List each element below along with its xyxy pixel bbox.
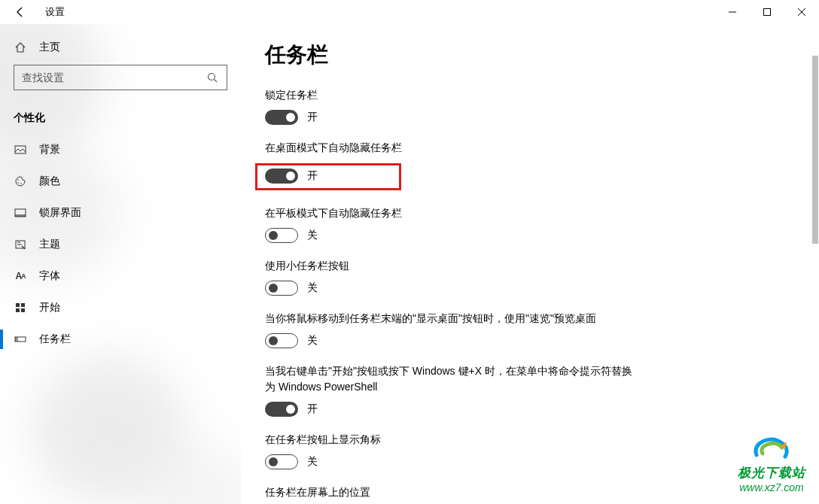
toggle-state: 开 bbox=[307, 402, 318, 416]
nav-label: 字体 bbox=[39, 269, 60, 283]
picture-icon bbox=[14, 143, 27, 156]
svg-rect-1 bbox=[764, 9, 771, 16]
page-title: 任务栏 bbox=[265, 41, 795, 69]
svg-point-9 bbox=[20, 183, 22, 184]
nav-label: 背景 bbox=[39, 143, 60, 156]
setting-label: 在平板模式下自动隐藏任务栏 bbox=[265, 205, 641, 220]
nav-label: 锁屏界面 bbox=[39, 206, 81, 220]
highlight-annotation: 开 bbox=[255, 163, 401, 190]
home-icon bbox=[14, 41, 27, 54]
search-box[interactable] bbox=[14, 65, 227, 90]
sidebar-item-themes[interactable]: 主题 bbox=[0, 229, 241, 260]
toggle-state: 关 bbox=[307, 229, 318, 242]
close-button[interactable] bbox=[784, 0, 819, 24]
content-area: 任务栏 锁定任务栏 开 在桌面模式下自动隐藏任务栏 开 在平板模式下 bbox=[241, 24, 819, 504]
svg-line-5 bbox=[215, 80, 218, 83]
scrollbar-thumb[interactable] bbox=[812, 56, 818, 244]
toggle-state: 开 bbox=[307, 111, 318, 124]
toggle-small-buttons[interactable] bbox=[265, 281, 298, 296]
svg-point-8 bbox=[17, 182, 19, 184]
back-button[interactable] bbox=[11, 2, 30, 22]
svg-rect-14 bbox=[21, 303, 25, 307]
sidebar-item-lockscreen[interactable]: 锁屏界面 bbox=[0, 197, 241, 229]
start-icon bbox=[14, 301, 27, 314]
svg-point-7 bbox=[17, 179, 19, 181]
sidebar-home[interactable]: 主页 bbox=[0, 35, 241, 65]
maximize-button[interactable] bbox=[750, 0, 784, 24]
setting-autohide-desktop: 在桌面模式下自动隐藏任务栏 开 bbox=[265, 140, 795, 190]
toggle-badges[interactable] bbox=[265, 454, 298, 469]
sidebar-item-taskbar[interactable]: 任务栏 bbox=[0, 323, 241, 355]
watermark-brand: 极光下载站 bbox=[738, 464, 805, 481]
sidebar-home-label: 主页 bbox=[39, 41, 60, 54]
lockscreen-icon bbox=[14, 206, 27, 220]
watermark-url: www.xz7.com bbox=[738, 481, 805, 493]
category-label: 个性化 bbox=[0, 104, 241, 134]
sidebar: 主页 个性化 背景 颜色 锁屏界面 bbox=[0, 24, 241, 504]
toggle-lock-taskbar[interactable] bbox=[265, 110, 298, 125]
toggle-state: 开 bbox=[307, 169, 318, 183]
search-icon bbox=[206, 71, 219, 84]
scrollbar[interactable] bbox=[811, 54, 819, 504]
svg-rect-18 bbox=[15, 337, 18, 342]
watermark-logo-icon bbox=[752, 433, 791, 463]
setting-label: 锁定任务栏 bbox=[265, 87, 641, 102]
svg-rect-13 bbox=[16, 303, 20, 307]
setting-label: 当我右键单击"开始"按钮或按下 Windows 键+X 时，在菜单中将命令提示符… bbox=[265, 363, 641, 394]
toggle-state: 关 bbox=[307, 334, 318, 348]
setting-label: 任务栏在屏幕上的位置 bbox=[265, 484, 641, 499]
setting-label: 当你将鼠标移动到任务栏末端的"显示桌面"按钮时，使用"速览"预览桌面 bbox=[265, 311, 641, 326]
svg-rect-11 bbox=[15, 214, 26, 217]
theme-icon bbox=[14, 238, 27, 251]
setting-autohide-tablet: 在平板模式下自动隐藏任务栏 关 bbox=[265, 205, 795, 243]
setting-small-buttons: 使用小任务栏按钮 关 bbox=[265, 258, 795, 296]
setting-label: 在任务栏按钮上显示角标 bbox=[265, 432, 641, 447]
toggle-peek-desktop[interactable] bbox=[265, 333, 298, 348]
svg-rect-16 bbox=[21, 308, 25, 312]
taskbar-icon bbox=[14, 332, 27, 346]
svg-point-4 bbox=[209, 74, 215, 80]
setting-label: 使用小任务栏按钮 bbox=[265, 258, 641, 273]
nav-label: 颜色 bbox=[39, 175, 60, 188]
palette-icon bbox=[14, 175, 27, 188]
setting-label: 在桌面模式下自动隐藏任务栏 bbox=[265, 140, 641, 155]
nav-label: 主题 bbox=[39, 238, 60, 251]
sidebar-item-fonts[interactable]: AA 字体 bbox=[0, 260, 241, 292]
toggle-powershell-replace[interactable] bbox=[265, 402, 298, 417]
svg-rect-6 bbox=[15, 146, 26, 153]
toggle-state: 关 bbox=[307, 455, 318, 469]
font-icon: AA bbox=[14, 269, 27, 283]
setting-lock-taskbar: 锁定任务栏 开 bbox=[265, 87, 795, 125]
sidebar-item-background[interactable]: 背景 bbox=[0, 134, 241, 165]
svg-rect-15 bbox=[16, 308, 20, 312]
sidebar-item-colors[interactable]: 颜色 bbox=[0, 165, 241, 197]
toggle-autohide-tablet[interactable] bbox=[265, 228, 298, 243]
setting-taskbar-position: 任务栏在屏幕上的位置 底部 bbox=[265, 484, 795, 504]
setting-badges: 在任务栏按钮上显示角标 关 bbox=[265, 432, 795, 469]
search-input[interactable] bbox=[22, 71, 206, 83]
toggle-autohide-desktop[interactable] bbox=[265, 169, 298, 184]
minimize-button[interactable] bbox=[715, 0, 750, 24]
sidebar-item-start[interactable]: 开始 bbox=[0, 292, 241, 323]
app-title: 设置 bbox=[45, 5, 65, 19]
nav-label: 任务栏 bbox=[39, 332, 71, 346]
setting-peek-desktop: 当你将鼠标移动到任务栏末端的"显示桌面"按钮时，使用"速览"预览桌面 关 bbox=[265, 311, 795, 348]
toggle-state: 关 bbox=[307, 281, 318, 295]
setting-powershell-replace: 当我右键单击"开始"按钮或按下 Windows 键+X 时，在菜单中将命令提示符… bbox=[265, 363, 795, 417]
watermark: 极光下载站 www.xz7.com bbox=[738, 433, 805, 493]
nav-label: 开始 bbox=[39, 301, 60, 314]
